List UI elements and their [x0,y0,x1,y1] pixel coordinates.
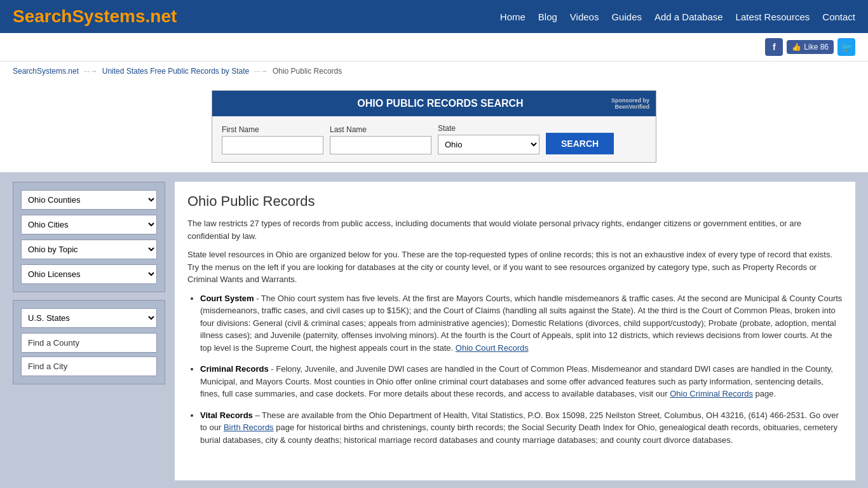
intro-paragraph-1: The law restricts 27 types of records fr… [187,217,843,242]
state-group: State Ohio [438,124,539,154]
main-nav: Home Blog Videos Guides Add a Database L… [500,11,855,22]
ohio-counties-select[interactable]: Ohio Counties [21,190,157,210]
search-header: OHIO PUBLIC RECORDS SEARCH Sponsored by … [212,91,656,116]
last-name-label: Last Name [330,125,431,134]
intro-paragraph-2: State level resources in Ohio are organi… [187,248,843,286]
ohio-by-topic-select[interactable]: Ohio by Topic [21,240,157,259]
vital-records-title: Vital Records [200,410,253,420]
first-name-group: First Name [222,125,323,154]
search-box: OHIO PUBLIC RECORDS SEARCH Sponsored by … [212,90,656,163]
logo-net: .net [146,6,177,26]
logo: SearchSystems.net [13,6,177,27]
us-states-select[interactable]: U.S. States [21,308,157,328]
breadcrumb-states[interactable]: United States Free Public Records by Sta… [102,67,249,76]
vital-records-item: Vital Records – These are available from… [200,409,843,447]
criminal-records-title: Criminal Records [200,364,269,374]
state-label: State [438,124,539,133]
find-county-link[interactable]: Find a County [21,333,157,353]
criminal-text-after: page. [753,389,776,398]
search-button[interactable]: SEARCH [546,133,614,154]
facebook-icon[interactable]: f [765,38,783,56]
sidebar: Ohio Counties Ohio Cities Ohio by Topic … [13,182,165,480]
breadcrumb: SearchSystems.net ···→ United States Fre… [0,61,868,81]
nav-guides[interactable]: Guides [611,11,642,22]
ohio-cities-select[interactable]: Ohio Cities [21,215,157,234]
twitter-icon[interactable]: 🐦 [837,38,855,56]
nav-videos[interactable]: Videos [570,11,599,22]
last-name-group: Last Name [330,125,431,154]
court-system-item: Court System - The Ohio court system has… [200,292,843,355]
ohio-licenses-select[interactable]: Ohio Licenses [21,264,157,284]
criminal-records-item: Criminal Records - Felony, Juvenile, and… [200,363,843,400]
sidebar-bottom-box: U.S. States Find a County Find a City [13,300,165,384]
sponsored: Sponsored by BeenVerified [611,97,649,110]
header: SearchSystems.net Home Blog Videos Guide… [0,0,868,33]
records-list: Court System - The Ohio court system has… [187,292,843,447]
last-name-input[interactable] [330,136,431,154]
nav-home[interactable]: Home [500,11,526,22]
content-area: Ohio Public Records The law restricts 27… [175,182,855,480]
nav-add-database[interactable]: Add a Database [654,11,723,22]
sidebar-top-box: Ohio Counties Ohio Cities Ohio by Topic … [13,182,165,292]
vital-text-after: page for historical births and christeni… [200,423,837,445]
breadcrumb-home[interactable]: SearchSystems.net [13,67,79,76]
ohio-criminal-records-link[interactable]: Ohio Criminal Records [670,389,753,398]
find-city-link[interactable]: Find a City [21,356,157,376]
criminal-separator: - [269,364,276,374]
social-bar: f 👍 Like 86 🐦 [0,33,868,61]
birth-records-link[interactable]: Birth Records [224,423,274,432]
court-system-title: Court System [200,294,254,303]
nav-contact[interactable]: Contact [822,11,855,22]
search-section: OHIO PUBLIC RECORDS SEARCH Sponsored by … [0,81,868,172]
state-select[interactable]: Ohio [438,135,539,154]
first-name-label: First Name [222,125,323,134]
page-title: Ohio Public Records [187,193,843,210]
like-count: Like 86 [804,43,829,51]
court-separator-1: - [254,294,261,303]
main-content: Ohio Counties Ohio Cities Ohio by Topic … [0,172,868,488]
search-fields: First Name Last Name State Ohio SEARCH [212,116,656,162]
search-title: OHIO PUBLIC RECORDS SEARCH [269,98,611,109]
like-icon: 👍 [792,43,801,51]
first-name-input[interactable] [222,136,323,154]
nav-blog[interactable]: Blog [538,11,557,22]
vital-separator: – [253,410,262,420]
ohio-court-records-link[interactable]: Ohio Court Records [456,343,529,353]
breadcrumb-current: Ohio Public Records [273,67,342,76]
breadcrumb-arrow-1: ···→ [83,67,97,76]
facebook-like-button[interactable]: 👍 Like 86 [787,40,834,54]
nav-latest-resources[interactable]: Latest Resources [736,11,810,22]
breadcrumb-arrow-2: ···→ [254,67,268,76]
logo-text: SearchSystems [13,6,146,26]
